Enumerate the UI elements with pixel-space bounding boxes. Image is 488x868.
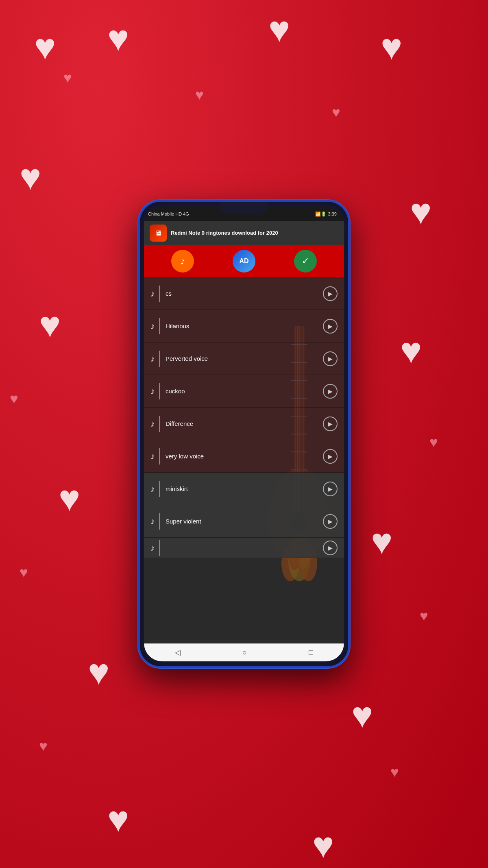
ringtone-item-perverted[interactable]: ♪ Perverted voice ▶	[144, 342, 344, 375]
ringtone-name-miniskirt: miniskirt	[166, 485, 323, 492]
note-icon: ♪	[150, 288, 155, 299]
heart-decoration: ♥	[371, 521, 392, 563]
heart-decoration: ♥	[20, 156, 41, 198]
heart-decoration: ♥	[107, 17, 129, 59]
heart-decoration: ♥	[195, 87, 204, 103]
ringtone-item-super-violent[interactable]: ♪ Super violent ▶	[144, 505, 344, 538]
ringtone-name-cuckoo: cuckoo	[166, 388, 323, 395]
ringtone-item-more[interactable]: ♪ ▶	[144, 538, 344, 558]
ringtone-item-very-low-voice[interactable]: ♪ very low voice ▶	[144, 440, 344, 473]
status-icons: 📶🔋	[315, 212, 327, 217]
heart-decoration: ♥	[63, 70, 72, 86]
play-button-cs[interactable]: ▶	[323, 286, 338, 301]
side-button-right	[349, 283, 350, 308]
notification-title: Redmi Note 9 ringtones download for 2020	[171, 230, 338, 237]
item-divider	[159, 448, 160, 465]
play-button-perverted[interactable]: ▶	[323, 351, 338, 366]
ringtone-name-cs: cs	[166, 290, 323, 297]
ringtone-list: ♪ cs ▶ ♪ Hilarious ▶ ♪ Perverted voice ▶…	[144, 277, 344, 643]
heart-decoration: ♥	[429, 434, 438, 450]
play-button-more[interactable]: ▶	[323, 541, 338, 555]
note-icon: ♪	[150, 543, 155, 553]
phone-shell: China Mobile HD 4G 📶🔋 3:39 🖥 Redmi Note …	[138, 200, 350, 668]
app-icon: 🖥	[150, 225, 167, 242]
heart-decoration: ♥	[39, 738, 48, 754]
avatar-text: AD	[239, 257, 248, 265]
heart-decoration: ♥	[20, 564, 28, 580]
item-divider	[159, 351, 160, 367]
play-button-difference[interactable]: ▶	[323, 417, 338, 431]
play-button-hilarious[interactable]: ▶	[323, 319, 338, 334]
back-button[interactable]: ◁	[175, 648, 181, 657]
heart-decoration: ♥	[332, 104, 340, 120]
status-bar-right: 📶🔋 3:39	[315, 212, 337, 217]
ringtone-item-cs[interactable]: ♪ cs ▶	[144, 277, 344, 310]
recent-button[interactable]: □	[309, 648, 313, 657]
heart-decoration: ♥	[420, 608, 428, 624]
item-divider	[159, 540, 160, 556]
time-display: 3:39	[328, 212, 337, 216]
side-button-left-bottom	[138, 299, 139, 328]
item-divider	[159, 318, 160, 334]
phone-screen: China Mobile HD 4G 📶🔋 3:39 🖥 Redmi Note …	[144, 207, 344, 661]
note-icon: ♪	[150, 451, 155, 462]
heart-decoration: ♥	[34, 26, 56, 68]
heart-decoration: ♥	[10, 390, 18, 407]
note-icon: ♪	[150, 321, 155, 331]
heart-decoration: ♥	[390, 764, 399, 780]
note-icon: ♪	[150, 516, 155, 527]
phone-notch	[220, 202, 268, 213]
item-divider	[159, 513, 160, 530]
ringtone-item-cuckoo[interactable]: ♪ cuckoo ▶	[144, 375, 344, 408]
note-icon: ♪	[150, 353, 155, 364]
home-button[interactable]: ○	[242, 648, 247, 657]
item-divider	[159, 383, 160, 399]
heart-decoration: ♥	[88, 651, 109, 693]
heart-decoration: ♥	[381, 26, 402, 68]
shield-icon: ✓	[302, 256, 309, 266]
item-divider	[159, 286, 160, 302]
ringtone-name-perverted: Perverted voice	[166, 355, 323, 362]
bottom-nav: ◁ ○ □	[144, 643, 344, 661]
play-button-cuckoo[interactable]: ▶	[323, 384, 338, 399]
heart-decoration: ♥	[268, 9, 290, 50]
ad-bar: ♪ AD ✓	[144, 245, 344, 277]
music-button[interactable]: ♪	[171, 250, 194, 273]
item-divider	[159, 416, 160, 432]
ringtone-item-hilarious[interactable]: ♪ Hilarious ▶	[144, 310, 344, 342]
ringtone-name-very-low-voice: very low voice	[166, 453, 323, 460]
ringtone-name-hilarious: Hilarious	[166, 323, 323, 329]
shield-button[interactable]: ✓	[294, 250, 317, 273]
note-icon: ♪	[150, 386, 155, 397]
play-button-super-violent[interactable]: ▶	[323, 514, 338, 529]
item-divider	[159, 481, 160, 497]
play-button-miniskirt[interactable]: ▶	[323, 482, 338, 496]
heart-decoration: ♥	[59, 478, 80, 519]
note-icon: ♪	[150, 484, 155, 494]
ringtone-name-difference: Difference	[166, 420, 323, 427]
ringtone-name-super-violent: Super violent	[166, 518, 323, 525]
ringtone-item-miniskirt[interactable]: ♪ miniskirt ▶	[144, 473, 344, 505]
ringtone-item-difference[interactable]: ♪ Difference ▶	[144, 408, 344, 440]
heart-decoration: ♥	[410, 191, 431, 233]
play-button-very-low-voice[interactable]: ▶	[323, 449, 338, 464]
heart-decoration: ♥	[107, 798, 129, 840]
heart-decoration: ♥	[400, 330, 422, 372]
heart-decoration: ♥	[39, 304, 61, 346]
notification-bar: 🖥 Redmi Note 9 ringtones download for 20…	[144, 221, 344, 245]
heart-decoration: ♥	[351, 694, 373, 736]
carrier-text: China Mobile HD 4G	[148, 212, 189, 216]
heart-decoration: ♥	[312, 824, 334, 866]
ad-avatar[interactable]: AD	[233, 250, 255, 273]
music-icon: ♪	[180, 255, 185, 267]
side-button-left-top	[138, 275, 139, 293]
app-icon-graphic: 🖥	[155, 229, 162, 238]
note-icon: ♪	[150, 419, 155, 429]
